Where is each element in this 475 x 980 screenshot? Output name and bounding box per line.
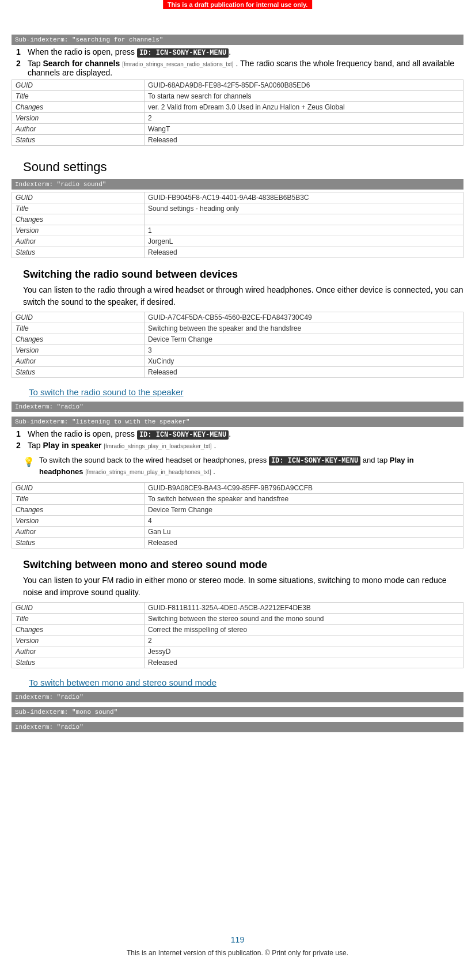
table-row: ChangesDevice Term Change [12, 334, 463, 345]
draft-banner-container: This is a draft publication for internal… [0, 0, 475, 1]
label-title: Title [12, 493, 145, 504]
table-row: AuthorJorgenL [12, 236, 463, 247]
label-guid: GUID [12, 312, 145, 323]
value-changes: Correct the misspelling of stereo [145, 624, 463, 635]
value-changes: ver. 2 Valid from eDream 3.0 Used in Anz… [145, 102, 463, 113]
step-speaker-2: 2 Tap Play in speaker [fmradio_strings_p… [12, 441, 463, 450]
value-author: WangT [145, 124, 463, 135]
table-row: ChangesCorrect the misspelling of stereo [12, 624, 463, 635]
info-table-switch-speaker: GUIDGUID-B9A08CE9-BA43-4C99-85FF-9B796DA… [12, 482, 463, 548]
link-heading-switch-speaker[interactable]: To switch the radio sound to the speaker [12, 387, 463, 397]
value-version: 3 [145, 345, 463, 356]
step-speaker-1: 1 When the radio is open, press ID: ICN-… [12, 429, 463, 439]
label-title: Title [12, 91, 145, 102]
label-changes: Changes [12, 504, 145, 515]
value-author: Gan Lu [145, 526, 463, 537]
value-changes [145, 214, 463, 225]
table-row: TitleSound settings - heading only [12, 203, 463, 214]
meta-indexterm-radio-sound: Indexterm: "radio sound" [12, 179, 463, 190]
meta-subindexterm-listening: Sub-indexterm: "listening to with the sp… [12, 417, 463, 427]
table-row: AuthorXuCindy [12, 356, 463, 367]
label-version: Version [12, 345, 145, 356]
table-row: StatusReleased [12, 657, 463, 668]
page-number: 119 [0, 935, 475, 944]
step-content-1: When the radio is open, press ID: ICN-SO… [28, 47, 463, 57]
value-title: To starta new search for channels [145, 91, 463, 102]
value-author: JessyD [145, 646, 463, 657]
play-in-speaker-bold: Play in speaker [43, 441, 101, 450]
value-version: 4 [145, 515, 463, 526]
sound-settings-heading: Sound settings [12, 160, 463, 175]
value-status: Released [145, 247, 463, 258]
table-row: AuthorGan Lu [12, 526, 463, 537]
footer-legal: This is an Internet version of this publ… [0, 949, 475, 957]
label-author: Author [12, 236, 145, 247]
value-status: Released [145, 537, 463, 548]
label-status: Status [12, 247, 145, 258]
value-changes: Device Term Change [145, 334, 463, 345]
table-row: Changesver. 2 Valid from eDream 3.0 Used… [12, 102, 463, 113]
mono-stereo-body: You can listen to your FM radio in eithe… [23, 574, 463, 599]
value-title: To switch between the speaker and handsf… [145, 493, 463, 504]
tip-icon: 💡 [23, 455, 35, 469]
label-author: Author [12, 356, 145, 367]
value-author: XuCindy [145, 356, 463, 367]
table-row: ChangesDevice Term Change [12, 504, 463, 515]
step-num-1: 1 [12, 47, 28, 56]
table-row: Version2 [12, 113, 463, 124]
switching-devices-heading: Switching the radio sound between device… [12, 268, 463, 281]
label-status: Status [12, 367, 145, 378]
step-content-2: Tap Search for channels [fmradio_strings… [28, 59, 463, 77]
label-changes: Changes [12, 102, 145, 113]
meta-subindexterm-searching: Sub-indexterm: "searching for channels" [12, 35, 463, 45]
link-heading-mono-stereo[interactable]: To switch between mono and stereo sound … [12, 678, 463, 687]
label-changes: Changes [12, 624, 145, 635]
meta-indexterm-radio-3: Indexterm: "radio" [12, 722, 463, 732]
label-version: Version [12, 635, 145, 646]
table-row: Version3 [12, 345, 463, 356]
search-for-channels-bold: Search for channels [43, 59, 120, 68]
info-table-searching: GUIDGUID-68ADA9D8-FE98-42F5-85DF-5A0060B… [12, 80, 463, 146]
table-row: StatusReleased [12, 367, 463, 378]
table-row: TitleTo switch between the speaker and h… [12, 493, 463, 504]
meta-indexterm-radio-2: Indexterm: "radio" [12, 692, 463, 702]
value-version: 1 [145, 225, 463, 236]
table-row: GUIDGUID-FB9045F8-AC19-4401-9A4B-4838EB6… [12, 192, 463, 203]
value-status: Released [145, 367, 463, 378]
table-row: GUIDGUID-F811B111-325A-4DE0-A5CB-A2212EF… [12, 602, 463, 613]
value-status: Released [145, 135, 463, 146]
label-title: Title [12, 203, 145, 214]
info-table-sound-settings: GUIDGUID-FB9045F8-AC19-4401-9A4B-4838EB6… [12, 192, 463, 258]
step-content-s2: Tap Play in speaker [fmradio_strings_pla… [28, 441, 463, 450]
label-title: Title [12, 613, 145, 624]
step-num-s1: 1 [12, 429, 28, 438]
table-row: GUIDGUID-68ADA9D8-FE98-42F5-85DF-5A0060B… [12, 80, 463, 91]
switching-devices-body: You can listen to the radio through a wi… [23, 284, 463, 308]
tip-block-headphones: 💡 To switch the sound back to the wired … [23, 455, 452, 478]
step-num-s2: 2 [12, 441, 28, 450]
label-guid: GUID [12, 80, 145, 91]
label-changes: Changes [12, 214, 145, 225]
table-row: Version4 [12, 515, 463, 526]
mono-stereo-heading: Switching between mono and stereo sound … [12, 559, 463, 571]
play-headphones-ref: [fmradio_strings_menu_play_in_headphones… [85, 469, 211, 475]
label-version: Version [12, 113, 145, 124]
page-content: Sub-indexterm: "searching for channels" … [0, 7, 475, 767]
info-table-switching-devices: GUIDGUID-A7C4F5DA-CB55-4560-B2CE-FDA8437… [12, 312, 463, 378]
tip-text-content: To switch the sound back to the wired he… [39, 455, 452, 478]
search-ref: [fmradio_strings_rescan_radio_stations_t… [122, 61, 233, 67]
value-guid: GUID-A7C4F5DA-CB55-4560-B2CE-FDA843730C4… [145, 312, 463, 323]
search-channels-steps: 1 When the radio is open, press ID: ICN-… [12, 47, 463, 77]
value-guid: GUID-68ADA9D8-FE98-42F5-85DF-5A0060B85ED… [145, 80, 463, 91]
table-row: StatusReleased [12, 537, 463, 548]
step-2: 2 Tap Search for channels [fmradio_strin… [12, 59, 463, 77]
table-row: TitleSwitching between the speaker and t… [12, 323, 463, 334]
value-guid: GUID-FB9045F8-AC19-4401-9A4B-4838EB6B5B3… [145, 192, 463, 203]
label-status: Status [12, 537, 145, 548]
label-title: Title [12, 323, 145, 334]
table-row: TitleTo starta new search for channels [12, 91, 463, 102]
step-content-s1: When the radio is open, press ID: ICN-SO… [28, 429, 463, 439]
key-menu-s1: ID: ICN-SONY-KEY-MENU [137, 430, 229, 440]
value-version: 2 [145, 635, 463, 646]
table-row: StatusReleased [12, 247, 463, 258]
